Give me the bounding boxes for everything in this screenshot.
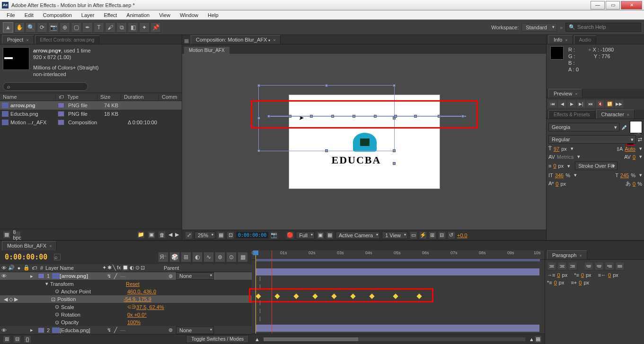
shape-tool[interactable]: ▢ <box>71 22 81 33</box>
magnify-icon[interactable]: ⤢ <box>185 232 193 239</box>
menu-help[interactable]: Help <box>203 10 223 19</box>
font-style-select[interactable]: Regular <box>548 135 636 144</box>
justify-left-button[interactable] <box>584 262 593 270</box>
trash-icon[interactable]: 🗑 <box>158 231 166 239</box>
livesync-icon[interactable]: ▦ <box>238 252 248 262</box>
lock-col-icon[interactable]: 🔒 <box>23 265 30 271</box>
search-icon[interactable]: ⌕ <box>54 254 61 260</box>
parent-select[interactable]: None <box>176 327 214 334</box>
video-col-icon[interactable]: 👁 <box>0 265 8 271</box>
align-right-button[interactable] <box>568 262 577 270</box>
work-area-bar[interactable] <box>256 259 540 261</box>
space-after-value[interactable]: 0 <box>579 280 582 285</box>
audio-col-icon[interactable]: 🔊 <box>8 265 15 271</box>
menu-window[interactable]: Window <box>175 10 203 19</box>
fast-preview-icon[interactable]: ⚡ <box>419 232 427 239</box>
timeline-icon[interactable]: ⊞ <box>429 232 436 239</box>
label-swatch[interactable] <box>58 103 64 108</box>
comp-button-icon[interactable]: ▦ <box>534 335 542 343</box>
justify-center-button[interactable] <box>594 262 604 270</box>
opacity-row[interactable]: ⊙ Opacity 100% <box>0 318 252 326</box>
project-settings-icon[interactable]: ▦ <box>3 231 10 239</box>
vscale-value[interactable]: 346 <box>555 172 564 178</box>
effects-presets-tab[interactable]: Effects & Presets <box>548 110 595 119</box>
brainstorm-icon[interactable]: ⊛ <box>215 252 225 262</box>
ram-preview-button[interactable]: ▶▶ <box>615 100 623 108</box>
camera-select[interactable]: Active Camera <box>335 232 380 239</box>
character-tab[interactable]: Character× <box>596 110 635 119</box>
preview-tab[interactable]: Preview× <box>548 89 582 98</box>
hand-tool[interactable]: ✋ <box>14 22 25 33</box>
col-duration[interactable]: Duration <box>121 94 159 100</box>
frameblend-icon[interactable]: ⊞ <box>181 252 191 262</box>
menu-file[interactable]: File <box>2 10 20 19</box>
info-tab[interactable]: Info× <box>548 35 573 44</box>
menu-effect[interactable]: Effect <box>99 10 122 19</box>
col-type[interactable]: Type <box>64 94 97 100</box>
col-comment[interactable]: Comm <box>159 94 180 100</box>
fill-color[interactable] <box>630 121 642 133</box>
justify-right-button[interactable] <box>605 262 614 270</box>
res-icon[interactable]: ▦ <box>217 232 225 239</box>
reset-exposure-icon[interactable]: ↺ <box>448 232 455 239</box>
menu-layer[interactable]: Layer <box>77 10 99 19</box>
timeline-layer-row[interactable]: 👁 ▸ 2 [Educba.png] ↯╱— ⊚ None <box>0 326 252 334</box>
zoom-select[interactable]: 25% <box>194 232 215 239</box>
space-before-value[interactable]: 0 <box>554 280 557 285</box>
pan-behind-tool[interactable]: ⊕ <box>60 22 70 33</box>
snapshot-icon[interactable]: 📷 <box>270 232 278 239</box>
menu-view[interactable]: View <box>154 10 175 19</box>
bpc-toggle[interactable]: 8 bpc <box>13 231 21 239</box>
resolution-select[interactable]: Full <box>296 232 315 239</box>
help-search[interactable]: 🔍Search Help <box>565 23 641 32</box>
autokeyframe-icon[interactable]: ⊙ <box>226 252 237 262</box>
font-size-value[interactable]: 97 <box>554 146 559 152</box>
view-select[interactable]: 1 View <box>382 232 408 239</box>
timeline-layer-row[interactable]: 👁 ▸ 1 [arrow.png] ↯╱— ⊚ None <box>0 272 252 280</box>
channel-icon[interactable]: 🔴 <box>286 232 294 239</box>
roi-icon[interactable]: ▣ <box>317 232 324 239</box>
current-time-display[interactable]: 0:00:00:00 <box>0 253 52 261</box>
align-center-button[interactable] <box>557 262 567 270</box>
exposure-value[interactable]: +0.0 <box>457 232 468 238</box>
selection-tool[interactable]: ▲ <box>3 22 13 33</box>
toggle-switches-button[interactable]: Toggle Switches / Modes <box>186 335 249 343</box>
paragraph-tab[interactable]: Paragraph× <box>547 250 587 259</box>
mute-button[interactable]: 🔇 <box>596 100 604 108</box>
transparency-icon[interactable]: ▦ <box>326 232 334 239</box>
stroke-option-select[interactable]: Stroke Over Fill <box>575 162 618 170</box>
new-comp-icon[interactable]: ▣ <box>148 231 155 239</box>
stroke-width-value[interactable]: 0 <box>553 163 556 169</box>
project-row[interactable]: Motion ...r_AFX Composition Δ 0:00:10:00 <box>0 118 182 127</box>
effect-controls-tab[interactable]: Effect Controls: arrow.png <box>35 35 100 44</box>
frame-icon[interactable]: ⊡ <box>227 232 234 239</box>
leading-value[interactable]: Auto <box>625 146 635 152</box>
label-swatch[interactable] <box>58 111 64 117</box>
rotate-tool[interactable]: ⟳ <box>37 22 47 33</box>
rotobrush-tool[interactable]: ✦ <box>139 22 150 33</box>
col-name[interactable]: Name <box>0 94 56 100</box>
menu-animation[interactable]: Animation <box>122 10 154 19</box>
rotation-row[interactable]: ⊙ Rotation 0x +0.0° <box>0 311 252 318</box>
first-frame-button[interactable]: ⏮ <box>548 100 557 108</box>
timeline-tracks[interactable]: 00s 01s 02s 03s 04s 05s 06s 07s 08s 09s … <box>252 250 545 344</box>
indent-left-value[interactable]: 0 <box>557 272 560 278</box>
project-search[interactable] <box>3 82 88 91</box>
justify-all-button[interactable] <box>615 262 625 270</box>
baseline-value[interactable]: 0 <box>556 181 558 187</box>
audio-tab[interactable]: Audio <box>574 35 597 44</box>
draft3d-icon[interactable]: 🎲 <box>169 252 180 262</box>
parent-select[interactable]: None <box>176 272 214 280</box>
tracking-value[interactable]: 0 <box>633 154 635 160</box>
close-button[interactable]: ✕ <box>621 1 642 9</box>
time-ruler[interactable]: 00s 01s 02s 03s 04s 05s 06s 07s 08s 09s … <box>252 250 545 260</box>
indent-right-value[interactable]: 0 <box>608 272 611 278</box>
menu-composition[interactable]: Composition <box>38 10 77 19</box>
solo-col-icon[interactable]: ● <box>15 265 23 271</box>
puppet-tool[interactable]: 📌 <box>150 22 161 33</box>
composition-viewport[interactable]: EDUCBA ➤ <box>182 54 546 230</box>
timecode-display[interactable]: 0:00:00:00 <box>236 232 268 238</box>
expand-icon[interactable]: ⊞ <box>3 335 10 343</box>
composition-tab[interactable]: Composition: Motion Blur_AFX ▾× <box>191 35 281 44</box>
prev-frame-button[interactable]: ◀ <box>558 100 566 108</box>
